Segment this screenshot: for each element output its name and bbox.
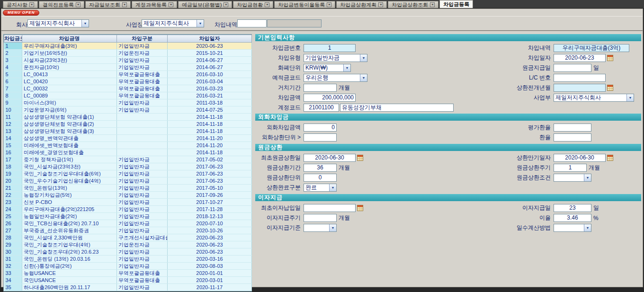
chevron-down-icon[interactable]: ▼ [626,94,634,101]
table-row[interactable]: 31국민_온렌딩 (13억) 20.03.16기업일반자금2020-03-16 [4,256,252,263]
table-row[interactable]: 8LC_00089무역포괄금융대출2016-03-21 [4,92,252,99]
cell-type[interactable]: 기업일반자금 [117,43,168,50]
loan-no-field[interactable]: 1 [304,44,356,52]
calendar-icon[interactable] [357,205,363,211]
cell-name[interactable]: 국민_기술창조기업우대대출(6억) [22,170,117,177]
table-row[interactable]: 30국민_기술창조우대(2억) 20.6.23기업일반자금2020-06-23 [4,248,252,256]
cell-type[interactable] [117,121,168,128]
exchange-rate-field[interactable] [554,133,591,142]
chevron-down-icon[interactable]: ▼ [584,224,591,231]
cell-code[interactable]: 23 [4,199,22,206]
loan-name-field[interactable]: 우리구매자금대출(3억) [554,44,629,52]
table-row[interactable]: 26국민_TCB신용대출(2억) 20.7.10기업일반자금2020-07-10 [4,220,252,227]
cell-type[interactable] [117,128,168,135]
cell-date[interactable]: 2020-07-10 [168,220,252,227]
cell-type[interactable]: 기업일반자금 [117,227,168,234]
cell-date[interactable]: 2017-06-23 [168,170,252,177]
cell-type[interactable]: 기업일반자금 [117,170,168,177]
cell-date[interactable]: 2017-10-27 [168,199,252,206]
table-row[interactable]: 6LC_00420무역포괄금융대출2016-03-04 [4,78,252,85]
table-row[interactable]: 11삼성생명단체보험 약관대출(1)2014-11-18 [4,114,252,121]
cell-name[interactable]: 마이너스(3억) [22,99,117,106]
cell-name[interactable]: 삼성생명단체보험 약관대출(2) [22,121,117,128]
cell-date[interactable]: 2020-06-23 [168,241,252,248]
cell-name[interactable]: 삼성생명단체보험 약관대출(1) [22,114,117,121]
table-row[interactable]: 7LC_00032무역포괄금융대출2016-03-23 [4,85,252,92]
tab-자금일보조회[interactable]: 자금일보조회× [85,1,131,8]
cell-code[interactable]: 8 [4,92,22,99]
cell-date[interactable]: 2020-10-26 [168,227,252,234]
loan-amount-field[interactable]: 200,000,000 [304,94,356,102]
close-icon[interactable]: × [327,2,331,7]
cell-name[interactable]: 삼성생명단체보험 약관대출(3) [22,128,117,135]
menu-open-button[interactable]: MENU OPEN [3,10,39,16]
cell-date[interactable]: 2014-06-27 [168,57,252,64]
cell-code[interactable]: 24 [4,206,22,213]
chevron-down-icon[interactable]: ▼ [343,64,350,71]
cell-date[interactable]: 2015-10-21 [168,50,252,57]
cell-code[interactable]: 3 [4,57,22,64]
cell-name[interactable]: 운전자금(10억) [22,64,117,71]
table-row[interactable]: 25농협일반자금대출(2억)기업일반자금2018-12-13 [4,213,252,220]
interest-pay-day-field[interactable]: 23 [554,204,591,212]
tab-차입금변동이율등록[interactable]: 차입금변동이율등록× [274,1,335,8]
close-icon[interactable]: × [169,2,173,7]
close-icon[interactable]: × [265,2,269,7]
company-select[interactable]: 제일저지주식회사 ▼ [27,19,89,27]
table-row[interactable]: 15미래에셋_변액보험대출2014-11-20 [4,142,252,149]
cell-date[interactable]: 2020-06-23 [168,43,252,50]
cell-type[interactable]: 기업일반자금 [117,156,168,163]
interest-basis-select[interactable]: ▼ [304,224,337,232]
cell-code[interactable]: 4 [4,64,22,71]
cell-name[interactable]: 하나대출260백만원 20.11.17 [22,284,117,291]
calendar-icon[interactable] [607,85,613,91]
interest-cycle-field[interactable] [304,214,337,222]
tab-차입금현황[interactable]: 차입금현황× [233,1,273,8]
table-row[interactable]: 9마이너스(3억)기업일반자금2011-03-18 [4,99,252,106]
calendar-icon[interactable] [357,155,363,161]
cell-code[interactable]: 11 [4,114,22,121]
cell-code[interactable]: 31 [4,256,22,263]
cell-type[interactable]: 무역포괄금융대출 [117,277,168,284]
cell-name[interactable]: LC_00089 [22,92,117,99]
cell-name[interactable]: 미래에셋_경영인보험대출 [22,149,117,156]
cell-date[interactable]: 2020-03-16 [168,256,252,263]
cell-type[interactable]: 기업일반자금 [117,206,168,213]
table-row[interactable]: 23신보 P-CBO기업일반자금2017-10-27 [4,199,252,206]
table-row[interactable]: 35하나대출260백만원 20.11.17기업일반자금2020-11-17 [4,284,252,291]
repay-cycle-field[interactable]: 1 [554,164,587,172]
cell-type[interactable]: 기업운전자금 [117,50,168,57]
cell-code[interactable]: 1 [4,43,22,50]
cell-code[interactable]: 16 [4,149,22,156]
cell-name[interactable]: 중기청 정책자금(1억) [22,156,117,163]
cell-code[interactable]: 9 [4,99,22,106]
table-row[interactable]: 28국민_시설대 2,330백만원구조개선시설자금대출2020-06-23 [4,234,252,241]
table-row[interactable]: 16미래에셋_경영인보험대출2014-11-18 [4,149,252,156]
cell-name[interactable]: 신보 P-CBO [22,199,117,206]
chevron-down-icon[interactable]: ▼ [360,74,367,81]
tab-차입금상환조회[interactable]: 차입금상환조회× [388,1,438,8]
repay-unit-field[interactable]: 0 [304,174,337,182]
cell-name[interactable]: 국민_온렌딩 (13억) 20.03.16 [22,256,117,263]
interest-rate-field[interactable]: 3.46 [554,214,591,222]
loan-date-field[interactable]: 2020-06-23 [554,54,606,62]
cell-code[interactable]: 12 [4,121,22,128]
close-icon[interactable]: × [430,2,435,7]
cell-code[interactable]: 22 [4,192,22,199]
cell-date[interactable]: 2014-11-20 [168,135,252,142]
table-row[interactable]: 12삼성생명단체보험 약관대출(2)2014-11-18 [4,121,252,128]
cell-type[interactable]: 기업일반자금 [117,199,168,206]
calendar-icon[interactable] [607,55,613,61]
cell-date[interactable]: 2018-12-13 [168,213,252,220]
fx-amount-field[interactable]: 0 [304,124,337,132]
cell-code[interactable]: 19 [4,170,22,177]
account-code-field[interactable]: 21001100 [304,104,339,112]
table-row[interactable]: 34국민USANCE무역포괄금융대출2020-03-01 [4,277,252,284]
cell-code[interactable]: 27 [4,227,22,234]
cell-code[interactable]: 28 [4,234,22,241]
cell-date[interactable]: 2014-11-20 [168,142,252,149]
close-icon[interactable]: × [76,2,80,7]
tab-공지사항[interactable]: 공지사항× [3,1,38,8]
cell-type[interactable] [117,149,168,156]
table-row[interactable]: 24우리구매자금대출(2억)221205기업일반자금2017-11-28 [4,206,252,213]
